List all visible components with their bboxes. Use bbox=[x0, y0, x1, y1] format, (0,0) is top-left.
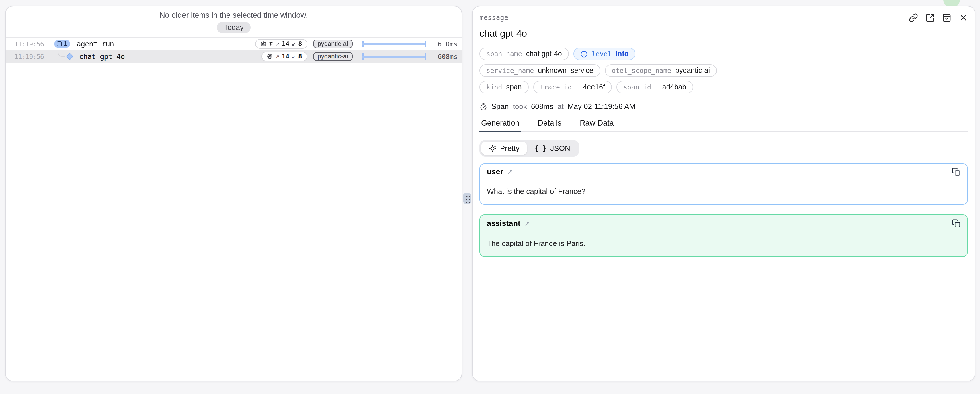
duration-bar bbox=[362, 40, 426, 47]
child-count: 1 bbox=[64, 41, 67, 47]
pill-row: kind span trace_id …4ee16f span_id …ad4b… bbox=[479, 81, 693, 94]
span-label: agent run bbox=[76, 40, 114, 48]
drag-handle[interactable] bbox=[463, 193, 471, 204]
token-stats-pill: ↗ 14 ↙ 8 bbox=[261, 52, 307, 61]
drag-dots-icon bbox=[465, 194, 469, 203]
cost-coin-icon bbox=[260, 41, 267, 47]
attr-pill-level[interactable]: level Info bbox=[573, 48, 636, 60]
copy-button[interactable] bbox=[952, 167, 961, 176]
attr-key: trace_id bbox=[540, 83, 572, 91]
logfire-trace-view: No older items in the selected time wind… bbox=[0, 0, 980, 394]
sparkles-icon bbox=[488, 144, 496, 152]
trace-row-agent-run[interactable]: 11:19:56 1 agent run Σ ↗ 14 ↙ bbox=[6, 38, 461, 51]
trace-list-panel: No older items in the selected time wind… bbox=[5, 6, 462, 381]
close-icon[interactable] bbox=[959, 13, 968, 22]
open-external-icon[interactable] bbox=[926, 13, 935, 22]
span-label: chat gpt-4o bbox=[79, 52, 125, 61]
today-button[interactable]: Today bbox=[217, 22, 250, 33]
bar-cap-right bbox=[425, 53, 426, 60]
attr-value: pydantic-ai bbox=[675, 67, 710, 75]
copy-icon bbox=[952, 167, 961, 176]
pretty-label: Pretty bbox=[500, 144, 520, 153]
empty-notice: No older items in the selected time wind… bbox=[6, 11, 461, 19]
detail-panel: message bbox=[472, 6, 975, 381]
timing-took-word: took bbox=[513, 102, 527, 111]
message-panel-assistant: assistant ↗ The capital of France is Par… bbox=[479, 214, 968, 257]
pill-row: span_name chat gpt-4o level Info bbox=[479, 48, 636, 60]
tab-raw-data[interactable]: Raw Data bbox=[578, 117, 616, 132]
copy-link-icon[interactable] bbox=[909, 13, 918, 22]
collapse-minus-icon bbox=[57, 41, 62, 46]
duration-text: 608ms bbox=[426, 52, 458, 60]
span-title: chat gpt-4o bbox=[479, 28, 968, 40]
row-right: Σ ↗ 14 ↙ 8 pydantic-ai 610ms bbox=[255, 39, 458, 49]
tab-generation[interactable]: Generation bbox=[479, 117, 521, 132]
cost-coin-icon bbox=[267, 53, 273, 60]
span-diamond-icon bbox=[66, 53, 73, 60]
timing-timestamp: May 02 11:19:56 AM bbox=[568, 102, 636, 111]
view-mode-toggle: Pretty { } JSON bbox=[479, 140, 579, 157]
header-actions bbox=[909, 13, 968, 22]
message-content: The capital of France is Paris. bbox=[480, 232, 967, 256]
panel-resize-gutter[interactable] bbox=[462, 6, 472, 381]
braces-icon: { } bbox=[535, 144, 547, 152]
attr-value: unknown_service bbox=[538, 67, 593, 75]
attr-value: chat gpt-4o bbox=[526, 50, 562, 58]
tokens-in: 14 bbox=[282, 53, 290, 60]
copy-button[interactable] bbox=[952, 219, 961, 228]
attr-pill-trace-id[interactable]: trace_id …4ee16f bbox=[533, 81, 612, 94]
trace-rows: 11:19:56 1 agent run Σ ↗ 14 ↙ bbox=[6, 37, 461, 63]
detail-tabs: Generation Details Raw Data bbox=[479, 117, 968, 132]
tokens-out: 8 bbox=[298, 53, 302, 60]
tokens-out: 8 bbox=[298, 40, 302, 48]
attr-key: span_name bbox=[486, 50, 522, 58]
tree-connector bbox=[58, 49, 65, 57]
row-timestamp: 11:19:56 bbox=[14, 52, 48, 60]
tokens-out-arrow-icon: ↙ bbox=[291, 41, 296, 47]
row-timestamp: 11:19:56 bbox=[14, 40, 48, 48]
attr-value: Info bbox=[616, 50, 629, 58]
tokens-out-arrow-icon: ↙ bbox=[291, 54, 296, 59]
json-view-button[interactable]: { } JSON bbox=[527, 141, 578, 155]
attr-pill-kind: kind span bbox=[479, 81, 529, 94]
trace-row-chat-gpt-4o[interactable]: 11:19:56 chat gpt-4o ↗ 14 ↙ 8 bbox=[6, 51, 461, 63]
timing-at-word: at bbox=[557, 102, 564, 111]
message-header: user ↗ bbox=[480, 164, 967, 180]
message-panel-user: user ↗ What is the capital of France? bbox=[479, 164, 968, 205]
duration-bar bbox=[362, 53, 426, 60]
attribute-pills: span_name chat gpt-4o level Info service… bbox=[479, 48, 968, 94]
role-link-icon[interactable]: ↗ bbox=[524, 219, 530, 227]
collapse-toggle[interactable]: 1 bbox=[54, 40, 70, 48]
tokens-in-arrow-icon: ↗ bbox=[275, 54, 280, 59]
tokens-in-arrow-icon: ↗ bbox=[275, 41, 280, 47]
attr-pill-span-id[interactable]: span_id …ad4bab bbox=[616, 81, 693, 94]
copy-icon bbox=[952, 219, 961, 228]
scope-tag[interactable]: pydantic-ai bbox=[313, 40, 353, 48]
attr-key: span_id bbox=[623, 83, 651, 91]
tokens-in: 14 bbox=[282, 40, 290, 48]
attr-value: …ad4bab bbox=[655, 83, 686, 91]
tab-details[interactable]: Details bbox=[536, 117, 563, 132]
duration-text: 610ms bbox=[426, 40, 458, 48]
pretty-view-button[interactable]: Pretty bbox=[481, 141, 527, 155]
today-wrap: Today bbox=[6, 22, 461, 33]
timer-icon bbox=[479, 102, 487, 110]
sigma-icon: Σ bbox=[269, 40, 273, 47]
row-right: ↗ 14 ↙ 8 pydantic-ai 608ms bbox=[261, 52, 458, 61]
attr-pill-otel-scope-name: otel_scope_name pydantic-ai bbox=[605, 64, 717, 77]
attr-key: kind bbox=[486, 83, 502, 91]
scope-tag[interactable]: pydantic-ai bbox=[313, 52, 353, 61]
message-header: assistant ↗ bbox=[480, 215, 967, 232]
timing-span-word: Span bbox=[492, 102, 509, 111]
role-label: assistant bbox=[487, 219, 520, 228]
role-link-icon[interactable]: ↗ bbox=[507, 168, 513, 176]
bar-line bbox=[362, 43, 426, 45]
collapse-panel-icon[interactable] bbox=[942, 13, 951, 22]
attr-value: …4ee16f bbox=[576, 83, 605, 91]
json-label: JSON bbox=[550, 144, 570, 153]
bar-cap-right bbox=[425, 41, 426, 47]
token-stats-pill: Σ ↗ 14 ↙ 8 bbox=[255, 39, 307, 49]
attr-pill-service-name: service_name unknown_service bbox=[479, 64, 600, 77]
detail-header: message bbox=[479, 12, 968, 22]
role-label: user bbox=[487, 167, 503, 176]
